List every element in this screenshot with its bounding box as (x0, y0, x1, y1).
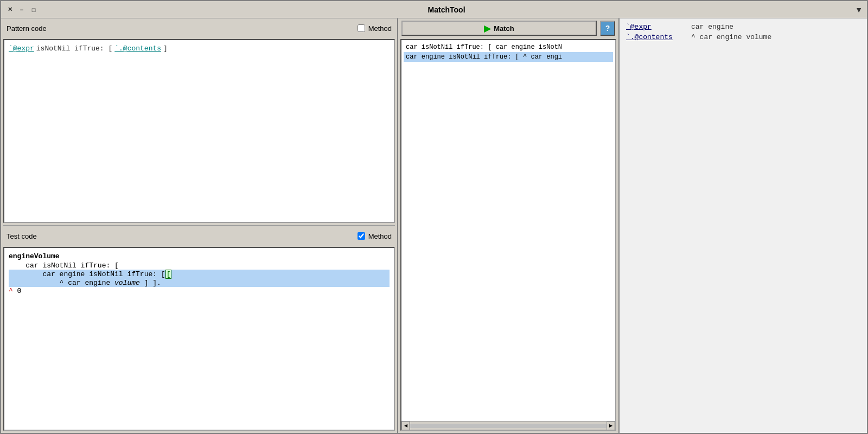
result-row-1[interactable]: car isNotNil ifTrue: [ car engine isNotN (404, 42, 613, 52)
binding-val-2: ^ car engine volume (691, 33, 771, 41)
binding-row-2: `.@contents ^ car engine volume (626, 33, 860, 41)
window-controls: ✕ − □ (5, 5, 38, 14)
help-button[interactable]: ? (600, 21, 615, 36)
italic-volume: volume (114, 279, 140, 287)
main-window: ✕ − □ MatchTool ▼ Pattern code Method `@… (0, 0, 868, 434)
window-title: MatchTool (38, 5, 855, 14)
pattern-code-line: `@expr isNotNil ifTrue: [ `.@contents ] (9, 44, 390, 53)
test-header: Test code Method (1, 226, 397, 246)
method-name: engineVolume (9, 252, 390, 260)
result-row-2[interactable]: car engine isNotNil ifTrue: [ ^ car engi (404, 52, 613, 62)
pattern-text-1: isNotNil ifTrue: [ (36, 44, 112, 53)
match-button[interactable]: ▶ Match (401, 21, 597, 36)
contents-link[interactable]: `.@contents (114, 44, 161, 53)
minimize-button[interactable]: − (17, 5, 26, 14)
expr-link[interactable]: `@expr (9, 44, 34, 53)
bracket-cursor: [ (165, 270, 172, 279)
pattern-method-container: Method (358, 24, 392, 33)
maximize-button[interactable]: □ (29, 5, 38, 14)
close-button[interactable]: ✕ (5, 5, 14, 14)
pattern-text-2: ] (163, 44, 168, 53)
match-toolbar: ▶ Match ? (398, 18, 618, 38)
scroll-right-arrow[interactable]: ▶ (607, 422, 615, 430)
horizontal-scrollbar[interactable]: ◀ ▶ (401, 421, 615, 430)
pattern-method-label: Method (368, 24, 392, 33)
test-line-3: ^ car engine volume ] ]. (9, 279, 390, 287)
binding-key-2: `.@contents (626, 33, 680, 41)
middle-panel: ▶ Match ? car isNotNil ifTrue: [ car eng… (397, 18, 620, 433)
binding-row-1: `@expr car engine (626, 23, 860, 31)
scroll-track[interactable] (410, 424, 607, 428)
left-panel: Pattern code Method `@expr isNotNil ifTr… (1, 18, 397, 433)
match-button-label: Match (494, 24, 514, 33)
test-method-checkbox[interactable] (358, 232, 365, 240)
test-line-4: ^ 0 (9, 287, 390, 295)
main-content: Pattern code Method `@expr isNotNil ifTr… (1, 18, 867, 433)
test-label: Test code (7, 232, 358, 240)
results-area: car isNotNil ifTrue: [ car engine isNotN… (400, 39, 616, 431)
play-icon: ▶ (484, 23, 490, 34)
title-bar: ✕ − □ MatchTool ▼ (1, 1, 867, 18)
binding-val-1: car engine (691, 23, 733, 31)
right-panel: `@expr car engine `.@contents ^ car engi… (620, 18, 867, 433)
results-content[interactable]: car isNotNil ifTrue: [ car engine isNotN… (401, 40, 615, 421)
test-line-1: car isNotNil ifTrue: [ (9, 261, 390, 270)
test-method-container: Method (358, 232, 392, 240)
caret-symbol: ^ (9, 287, 13, 295)
pattern-label: Pattern code (7, 24, 358, 33)
pattern-code-area[interactable]: `@expr isNotNil ifTrue: [ `.@contents ] (3, 39, 395, 223)
dropdown-arrow[interactable]: ▼ (855, 5, 863, 14)
test-code-area[interactable]: engineVolume car isNotNil ifTrue: [ car … (3, 247, 395, 431)
pattern-method-checkbox[interactable] (358, 24, 365, 32)
binding-key-1: `@expr (626, 23, 680, 31)
test-line-2: car engine isNotNil ifTrue: [[ (9, 270, 390, 279)
test-method-label: Method (368, 232, 392, 240)
scroll-left-arrow[interactable]: ◀ (401, 422, 410, 430)
pattern-header: Pattern code Method (1, 18, 397, 38)
